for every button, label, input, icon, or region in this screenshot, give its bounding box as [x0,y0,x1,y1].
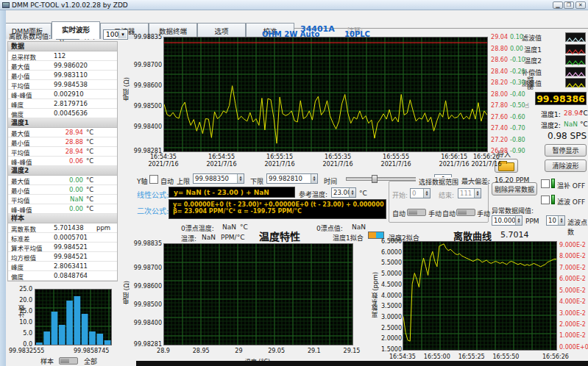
app-icon [2,2,10,8]
outlier-threshold-unit: PPM [525,218,539,225]
range-end-auto-toggle[interactable] [456,209,475,216]
stats-row-label: 偏度 [11,110,24,118]
axis-tick: 99.98835 [132,34,162,40]
close-button[interactable]: ✕ [575,1,586,9]
spinner-arrows-icon[interactable]: ▲▼ [349,188,355,197]
range-start-input[interactable]: 0▲▼ [410,188,431,198]
spinner-arrows-icon[interactable]: ▲▼ [423,189,430,198]
axis-tick: 16:55:50 [491,354,520,360]
ref-temp-input[interactable]: 23.00▲▼ [331,187,356,198]
spinner-arrows-icon[interactable]: ▲▼ [558,216,564,225]
remove-outliers-button[interactable]: 剔除异常数据 [492,182,537,195]
tempcomp-label: 温补 OFF [557,181,585,190]
axis-tick: 15.0 [16,308,32,315]
tab-bar: 34401A 注释: DMM面板实时波形示波器数据终端选项校准 [0,10,588,29]
tab-2[interactable]: 实时波形 [52,21,100,39]
stats-row-label: 峰-峰值 [11,205,32,214]
temp-drift-value: NaN [202,234,216,241]
stats-row-value: 0.0848764 [54,272,88,279]
legend-item-3[interactable]: 温度2 [536,55,587,65]
axis-tick: 5.0 [16,330,32,337]
tempcomp-led [551,179,555,188]
spinner-arrows-icon[interactable]: ▲▼ [474,189,481,198]
spinner-arrows-icon[interactable]: ▲▼ [237,174,244,183]
axis-tick: 4.000E-2 [559,298,588,305]
axis-tick: 99.98281 [132,341,162,348]
axis-tick: 9.000E-2 [559,242,588,248]
lower-limit-input[interactable]: 99.982810▲▼ [266,173,318,184]
stats-row-value: 28.94 [51,148,83,155]
restore-button[interactable]: ❐ [564,1,574,9]
axis-tick: 28.95 [190,348,212,354]
stats-row: 偏度0.0848764 [8,271,117,281]
histogram-mode-toggle[interactable] [59,357,78,365]
axis-tick: 16:55:15 [265,154,294,160]
quadratic-formula-line2: β= 23.904 PPM/°C² α = -199.75 PPM/°C [173,208,386,215]
stats-row-label: 平均值 [11,195,30,204]
spinner-arrows-icon[interactable]: ▲▼ [515,216,522,225]
axis-tick: 3.000E-2 [559,310,588,317]
axis-tick: 3.0000 [374,314,402,320]
stats-row-value: 0.0045636 [54,110,88,117]
stats-row-value: 0.00 [51,186,83,193]
axis-tick: 2021/7/16 [470,161,503,168]
axis-tick: 28.9 [152,348,174,354]
axis-tick: -0.10 [510,57,529,63]
legend-item-2[interactable]: 温度1 [536,44,587,54]
axis-tick: 4.0000 [374,293,402,299]
axis-tick: 29.05 [266,348,288,354]
dispersion-avg-label: 离散系数均值: [9,32,51,41]
sample-select[interactable]: 100 [103,29,128,40]
axis-tick: 26.98 [489,148,508,154]
stats-row-label: 标准差 [11,234,30,243]
axis-tick: -0.60 [510,114,529,121]
stats-row-label: 最小值 [11,71,30,80]
temp1-readout-unit: °C [580,110,588,117]
legend-item-5[interactable]: 测量值 [536,78,587,88]
tempcomp-checkbox[interactable] [541,179,550,188]
histogram-x-min: 99.9832555 [9,348,44,354]
yaxis-auto-checkbox[interactable] [149,175,158,184]
stats-row: 最小值0.00°C [8,185,117,195]
stats-row: 平均值28.94°C [8,147,117,157]
upper-limit-input[interactable]: 99.988350▲▼ [193,173,244,184]
axis-tick: -0.20 [510,68,529,75]
legend-item-1[interactable]: 滤波值 [536,32,587,43]
range-start-manual-label: 手动 [428,209,442,218]
temp-characteristic-chart [163,243,353,345]
waveform-icon [565,44,586,54]
stats-row-unit: °C [86,129,93,136]
filter-checkbox[interactable] [541,195,550,204]
range-end-input[interactable]: 111▲▼ [458,188,481,198]
lower-limit-label: 下限 [250,176,263,186]
clear-waveform-button[interactable]: 清除波形 [545,159,587,172]
window-left-border [0,10,6,366]
filter-count-input[interactable]: 10▲▼ [546,215,565,226]
spinner-arrows-icon[interactable]: ▲▼ [311,174,317,183]
main-y-axis-label: 电阻 (Ω) [122,77,131,101]
axis-tick: 6.0000 [374,249,402,256]
stats-row-unit: °C [86,186,93,193]
waveform-icon [565,78,586,87]
stats-row-value: 0.0005701 [54,234,88,241]
axis-tick: -0.30 [510,79,529,86]
minimize-button[interactable]: ▁ [553,1,563,9]
time-slider-knob[interactable] [372,175,378,183]
outlier-threshold-input[interactable]: 10.000▲▼ [492,215,523,226]
stats-row: 最小值99.983110 [8,71,117,80]
quadratic-formula-line1: y= 0.00000E+0 (t - 23.00)² +0.00000E+0 (… [173,201,386,208]
stats-row: 平均值NaN°C [8,195,117,204]
legend-item-4[interactable]: 补偿值 [536,67,587,77]
stats-row-label: 算术平均值 [11,243,43,252]
axis-tick: 28.20 [489,79,508,86]
range-start-auto-toggle[interactable] [407,209,426,216]
axis-tick: 99.98500 [132,301,162,308]
stats-row-value: 99.984521 [54,253,88,260]
pause-display-button[interactable]: 暂停显示 [545,144,587,157]
app-window: DMM PC-TOOL v1.20.02.28 by ZDD ▁ ❐ ✕ 344… [0,0,588,366]
axis-tick: 2.000E-2 [559,321,588,328]
stats-row-label: 最大值 [11,62,30,71]
ref-temp-unit: °C [359,190,367,197]
stats-row: 最大值0.00°C [8,176,117,185]
axis-tick: 1.5000 [374,346,402,353]
